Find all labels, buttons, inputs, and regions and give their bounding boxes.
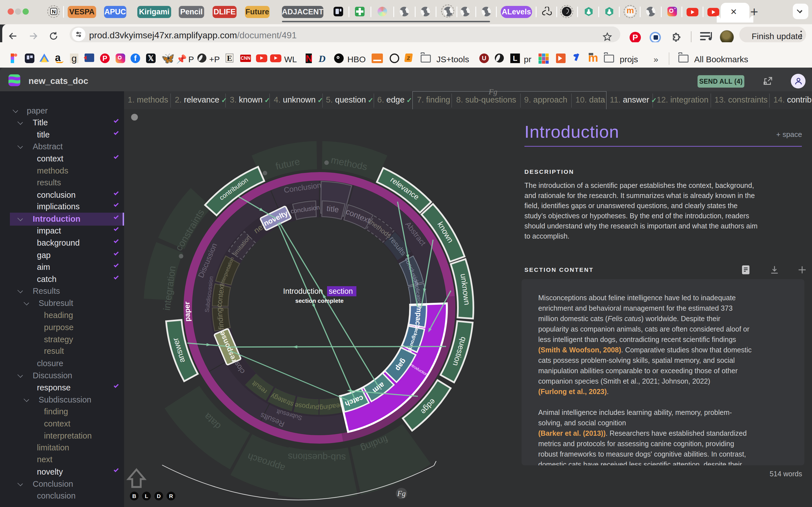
svg-text:Fg: Fg (397, 489, 406, 498)
svg-text:D: D (157, 493, 161, 499)
svg-text:R: R (169, 493, 173, 499)
svg-text:paper: paper (183, 301, 192, 322)
svg-text:L: L (145, 493, 148, 499)
svg-text:section: section (329, 287, 353, 295)
svg-text:B: B (132, 493, 136, 499)
svg-text:Introduction: Introduction (283, 287, 323, 295)
svg-text:title: title (326, 204, 340, 214)
svg-text:sub-questions: sub-questions (288, 452, 346, 463)
svg-text:section complete: section complete (295, 297, 344, 304)
